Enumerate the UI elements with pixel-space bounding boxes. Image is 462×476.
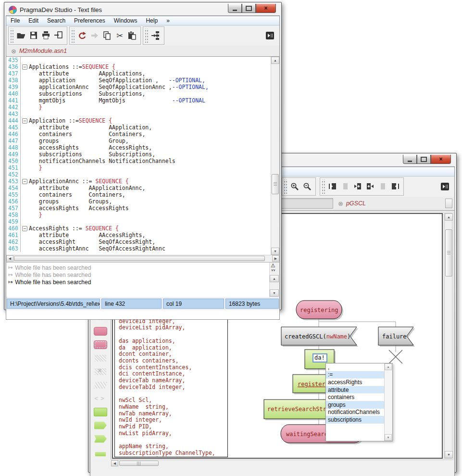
code-line[interactable]: 453−ApplicationAnnc ::= SEQUENCE { — [6, 178, 271, 185]
scroll-thumb[interactable] — [272, 174, 279, 194]
scroll-thumb[interactable] — [445, 229, 452, 276]
output-symbol-icon[interactable] — [94, 421, 107, 429]
redo-icon[interactable] — [76, 29, 88, 42]
stop-symbol[interactable] — [389, 350, 402, 363]
autocomplete-item[interactable]: accessRights — [326, 378, 384, 386]
code-line[interactable]: 435 — [6, 57, 271, 63]
code-line[interactable]: 439 applicationAnnc SeqOfApplicationAnnc… — [6, 84, 271, 90]
maximize-button[interactable] — [242, 4, 256, 13]
state-dashed-symbol-icon[interactable] — [94, 340, 107, 349]
scroll-left-arrow[interactable]: ◀ — [111, 460, 118, 466]
zoom-in-icon[interactable] — [288, 180, 301, 193]
scroll-down-arrow[interactable]: ▼ — [271, 248, 279, 255]
code-line[interactable]: 455 containers Containers, — [6, 191, 271, 198]
close-button[interactable]: × — [431, 155, 451, 164]
open-file-icon[interactable] — [15, 29, 27, 42]
code-line[interactable]: 437 attribute AApplications, — [6, 70, 271, 77]
nav-insert-after-icon[interactable] — [364, 180, 376, 193]
minimize-button[interactable] — [403, 155, 417, 164]
code-line[interactable]: 457 accessRights AccessRights — [6, 205, 271, 212]
code-line[interactable]: 459 — [6, 218, 271, 225]
popup-scrollbar[interactable]: ▲ ▼ — [384, 363, 392, 441]
autocomplete-item[interactable]: groups — [326, 401, 384, 409]
code-line[interactable]: 449 subscriptions Subscriptions, — [6, 151, 271, 158]
nav-last-icon[interactable] — [389, 180, 401, 193]
panel-toggle-icon[interactable] — [439, 180, 451, 193]
code-line[interactable]: 443 — [6, 111, 271, 117]
nav-first-icon[interactable] — [326, 180, 339, 193]
popup-scroll-down[interactable]: ▼ — [385, 434, 392, 441]
menu-[interactable]: » — [162, 17, 174, 24]
menu-preferences[interactable]: Preferences — [70, 17, 110, 24]
save-icon[interactable] — [27, 29, 40, 42]
scroll-left-arrow[interactable]: ◀ — [6, 255, 13, 262]
code-line[interactable]: 445 attribute AApplication, — [6, 124, 271, 131]
code-editor[interactable]: 435436−Applications ::=SEQUENCE {437 att… — [6, 57, 279, 255]
declarations-text-symbol[interactable]: deviceName string, deviceId integer, dev… — [114, 310, 228, 457]
autocomplete-item[interactable]: , — [326, 363, 384, 371]
code-line[interactable]: 462 accessRight SeqOfAccessRight, — [6, 238, 271, 245]
editor-horizontal-scrollbar[interactable]: ◀ ▶ — [6, 255, 279, 262]
search-message[interactable]: ↦Whole file has been searched — [8, 264, 269, 271]
code-line[interactable]: 461 attribute AAccessRights, — [6, 232, 271, 238]
editor-vertical-scrollbar[interactable]: ▲ ▼ — [271, 57, 279, 255]
code-line[interactable]: 456 groups Groups, — [6, 198, 271, 205]
autocomplete-item[interactable]: subscriptions — [326, 416, 384, 424]
code-lines[interactable]: 435436−Applications ::=SEQUENCE {437 att… — [6, 57, 271, 255]
scroll-down-arrow[interactable]: ▼ — [445, 451, 453, 458]
group-drag-handle[interactable] — [321, 179, 325, 194]
warning-icon[interactable]: ⚠∨∨ — [271, 263, 275, 273]
angle-brackets-icon[interactable]: <> — [94, 394, 106, 402]
code-line[interactable]: 454 attribute AApplicationAnnc, — [6, 185, 271, 191]
code-line[interactable]: 448 accessRights AccessRights, — [6, 144, 271, 151]
check-flow-icon[interactable] — [150, 29, 162, 42]
symbol-text-input[interactable]: da! — [312, 353, 327, 363]
group-drag-handle[interactable] — [71, 28, 75, 43]
scroll-right-arrow[interactable]: ▶ — [272, 255, 279, 262]
scroll-up-arrow[interactable]: ▲ — [271, 57, 279, 64]
code-line[interactable]: 442 } — [6, 104, 271, 111]
nav-disabled-icon[interactable] — [339, 180, 351, 193]
maximize-button[interactable] — [417, 155, 431, 164]
task-symbol-icon[interactable] — [94, 408, 107, 416]
group-drag-handle[interactable] — [144, 28, 148, 43]
scroll-up-arrow[interactable]: ▲ — [270, 275, 279, 282]
fold-marker[interactable]: − — [21, 178, 29, 185]
scroll-thumb[interactable] — [14, 256, 265, 261]
code-line[interactable]: 436−Applications ::=SEQUENCE { — [6, 63, 271, 70]
tab-label[interactable]: M2mModule.asn1 — [19, 48, 67, 54]
code-line[interactable]: 451 } — [6, 164, 271, 171]
tab-label[interactable]: pGSCL — [346, 200, 366, 207]
code-line[interactable]: 458 } — [6, 212, 271, 218]
input-symbol-icon[interactable] — [94, 435, 107, 443]
canvas-horizontal-scrollbar[interactable]: ◀ — [111, 460, 453, 467]
tab-close-icon[interactable]: ⊗ — [338, 200, 343, 207]
autocomplete-item[interactable]: := — [326, 371, 384, 379]
connector-symbol-icon[interactable] — [95, 448, 106, 456]
print-icon[interactable] — [40, 29, 52, 42]
menu-help[interactable]: Help — [141, 17, 162, 24]
code-line[interactable]: 441 mgmtObjs MgmtObjs --OPTIONAL — [6, 97, 271, 104]
code-line[interactable]: 460−AccessRights ::= SEQUENCE { — [6, 225, 271, 232]
close-button[interactable]: × — [256, 4, 276, 13]
code-line[interactable]: 450 notificationChannels NotificationCha… — [6, 158, 271, 164]
cut-icon[interactable]: ✂ — [113, 29, 126, 42]
scroll-thumb[interactable] — [119, 461, 159, 466]
nav-disabled-icon[interactable] — [376, 180, 389, 193]
forward-disabled-icon[interactable] — [88, 29, 101, 42]
scroll-up-arrow[interactable]: ▲ — [445, 213, 453, 221]
paste-icon[interactable] — [126, 29, 138, 42]
autocomplete-item[interactable]: containers — [326, 393, 384, 401]
search-message[interactable]: ↦Whole file has been searched — [8, 278, 269, 286]
disabled-symbol-icon[interactable] — [95, 354, 106, 362]
autocomplete-item[interactable]: notificationChannels — [326, 409, 384, 416]
autocomplete-item[interactable]: attribute — [326, 386, 384, 394]
tab-pgscl[interactable]: ⊗ pGSCL — [333, 197, 366, 210]
scroll-down-arrow[interactable]: ▼ — [270, 289, 279, 297]
menu-edit[interactable]: Edit — [24, 17, 43, 24]
menu-file[interactable]: File — [6, 17, 24, 24]
code-line[interactable]: 440 subscriptions Subscriptions, — [6, 90, 271, 97]
state-symbol-icon[interactable] — [94, 327, 107, 335]
front-titlebar[interactable]: PragmaDev Studio - Text files × — [6, 4, 280, 15]
zoom-out-icon[interactable] — [301, 180, 313, 193]
